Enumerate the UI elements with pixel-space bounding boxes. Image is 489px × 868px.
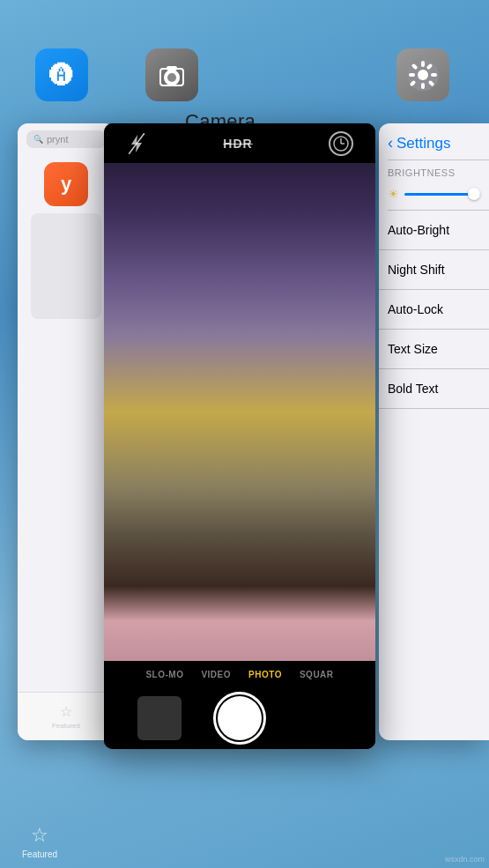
appstore-tab-bar: ☆ Featured (18, 692, 115, 740)
mode-square[interactable]: SQUAR (300, 670, 334, 679)
featured-tab[interactable]: ☆ Featured (52, 703, 80, 730)
svg-rect-8 (409, 73, 415, 77)
brightness-slider[interactable] (404, 193, 480, 196)
settings-row-textsize[interactable]: Text Size (379, 330, 489, 369)
featured-tab-bottom-label: Featured (22, 849, 57, 859)
mode-slomo[interactable]: SLO-MO (145, 670, 183, 679)
featured-tab-label: Featured (52, 722, 80, 730)
search-bar[interactable]: 🔍 prynt (26, 130, 106, 148)
appstore-card[interactable]: 🔍 prynt y ☆ Featured (18, 123, 115, 740)
app-switcher: 🅐 Camera (0, 0, 489, 868)
svg-rect-5 (421, 61, 425, 67)
camera-controls (104, 687, 375, 749)
brightness-row[interactable]: ☀ (379, 182, 489, 210)
settings-row-boldtext[interactable]: Bold Text (379, 369, 489, 409)
svg-rect-7 (431, 73, 437, 77)
cards-container: 🔍 prynt y ☆ Featured (0, 123, 489, 815)
bottom-tab-bar: ☆ Featured (0, 815, 489, 868)
svg-point-0 (167, 73, 176, 82)
timer-icon (329, 131, 353, 156)
camera-header: HDR (104, 123, 375, 163)
watermark: wsxdn.com (445, 855, 485, 864)
mode-video[interactable]: VIDEO (201, 670, 231, 679)
camera-modes: SLO-MO VIDEO PHOTO SQUAR (104, 661, 375, 687)
hdr-label: HDR (223, 136, 252, 152)
camera-viewfinder (104, 163, 375, 661)
featured-star-icon: ☆ (31, 824, 48, 847)
appstore-app-icon[interactable]: 🅐 (35, 48, 88, 101)
settings-title[interactable]: Settings (396, 135, 450, 152)
search-icon: 🔍 (33, 135, 43, 144)
camera-app-icon[interactable] (145, 48, 198, 101)
settings-card[interactable]: ‹ Settings BRIGHTNESS ☀ Auto-Bright Nigh… (379, 123, 489, 740)
flash-icon (126, 130, 147, 157)
bottom-featured-tab[interactable]: ☆ Featured (13, 820, 66, 864)
photo-thumbnail[interactable] (137, 696, 182, 740)
settings-row-autolock[interactable]: Auto-Lock (379, 290, 489, 330)
shutter-button[interactable] (213, 692, 266, 745)
svg-point-4 (418, 70, 428, 80)
mode-photo[interactable]: PHOTO (248, 670, 282, 679)
settings-header: ‹ Settings (379, 123, 489, 160)
search-text: prynt (47, 134, 68, 145)
prynt-app-icon: y (44, 162, 88, 206)
shutter-inner (218, 696, 262, 740)
top-icons-row: 🅐 Camera (0, 48, 489, 101)
settings-app-icon[interactable] (396, 48, 449, 101)
camera-card[interactable]: HDR SLO-MO VIDEO PHOTO (104, 123, 375, 749)
svg-rect-6 (421, 83, 425, 89)
featured-tab-icon: ☆ (60, 703, 72, 720)
appstore-card-header: 🔍 prynt (18, 123, 115, 155)
settings-row-autobright[interactable]: Auto-Bright (379, 211, 489, 250)
appstore-content-placeholder (31, 213, 101, 319)
settings-row-nightshift[interactable]: Night Shift (379, 250, 489, 290)
settings-back-icon[interactable]: ‹ (388, 134, 393, 152)
brightness-icon: ☀ (388, 187, 399, 201)
brightness-section-label: BRIGHTNESS (379, 160, 489, 182)
